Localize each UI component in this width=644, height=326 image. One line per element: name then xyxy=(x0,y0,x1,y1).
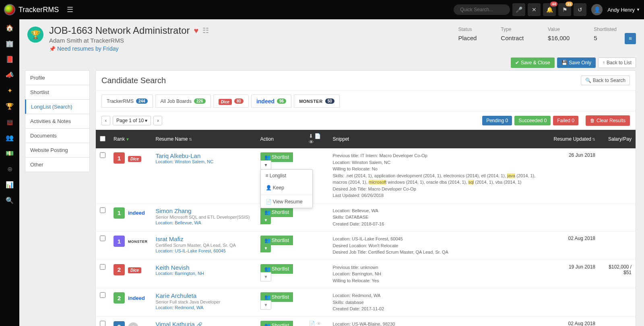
source-tabs: TrackerRMS244All Job Boards226Dice80inde… xyxy=(96,90,636,108)
col-salary: Salary/Pay xyxy=(608,136,632,142)
candidate-name[interactable]: Keith Nevish xyxy=(156,264,252,271)
book-icon[interactable]: 📕 xyxy=(6,55,14,63)
rank-badge: 2 xyxy=(114,264,125,275)
shortlist-button[interactable]: 👥 Shortlist xyxy=(260,207,293,217)
shortlist-caret-button[interactable]: ▼ xyxy=(260,244,271,252)
eye-icon[interactable]: 👁 xyxy=(316,321,322,326)
sidenav-item-other[interactable]: Other xyxy=(25,157,90,172)
trophy-icon[interactable]: 🏆 xyxy=(6,103,14,110)
logo[interactable]: TrackerRMS xyxy=(4,4,59,15)
shuffle-icon[interactable]: ✕ xyxy=(528,3,541,16)
pager-prev-button[interactable]: ‹ xyxy=(101,116,110,125)
mic-icon[interactable]: 🎤 xyxy=(512,3,525,16)
shortlist-caret-button[interactable]: ▼ xyxy=(260,216,271,224)
candidate-subtitle: Senior Microsoft SQL and ETL Developer(S… xyxy=(156,214,252,220)
quick-search-input[interactable] xyxy=(454,4,510,15)
pager-page-button[interactable]: Page 1 of 10 ▾ xyxy=(113,116,151,125)
globe-icon[interactable]: ⊕ xyxy=(7,165,12,173)
bars-icon[interactable]: ☷ xyxy=(202,26,209,35)
type-value: Contract xyxy=(501,35,524,41)
action-dropdown: ≡ Longlist👤 Keep📄 View Resume xyxy=(260,169,313,208)
candidate-name[interactable]: Karie Archuleta xyxy=(156,292,252,299)
monster-icon: MONSTER xyxy=(299,99,323,104)
snippet: Previous title: unknownLocation: Barring… xyxy=(333,264,543,284)
col-resume[interactable]: Resume Name xyxy=(156,136,188,142)
snippet: Previous title: IT Intern: Macro Develop… xyxy=(333,152,543,199)
settings-button[interactable]: ≡ xyxy=(625,33,636,44)
col-updated[interactable]: Resume Updated xyxy=(554,136,591,142)
candidate-search-panel: Candidate Search 🔍 Back to Search Tracke… xyxy=(95,70,636,326)
people-icon[interactable]: 👥 xyxy=(6,134,14,141)
building-icon[interactable]: 🏢 xyxy=(6,40,14,47)
list-icon[interactable]: ▤ xyxy=(7,118,13,126)
rank-badge: 1 xyxy=(114,207,125,219)
search-icon[interactable]: 🔍 xyxy=(6,197,14,204)
shortlist-caret-button[interactable]: ▼ xyxy=(260,160,272,170)
flag-icon[interactable]: ⚑11 xyxy=(558,3,571,16)
avatar-icon: ? xyxy=(128,322,138,326)
candidate-location: Location: Bellevue, WA xyxy=(156,220,252,225)
user-menu[interactable]: Andy Henry▼ xyxy=(607,7,640,13)
logo-text-1: Tracker xyxy=(19,6,43,14)
pin-note[interactable]: 📌Need resumes by Friday xyxy=(49,45,209,52)
sidenav-item-documents[interactable]: Documents xyxy=(25,128,90,143)
heart-icon[interactable]: ♥ xyxy=(194,26,198,35)
view-resume-option[interactable]: 📄 View Resume xyxy=(261,196,312,208)
candidate-name[interactable]: Israt Mafiz xyxy=(156,236,252,242)
row-checkbox[interactable] xyxy=(100,264,105,270)
msg-badge: 11 xyxy=(566,2,573,6)
candidate-name[interactable]: Simon Zhang xyxy=(156,207,252,214)
candidate-name[interactable]: Tariq Alkebu-Lan xyxy=(156,152,252,159)
rank-badge: 2 xyxy=(114,292,125,303)
tab-monster[interactable]: MONSTER50 xyxy=(294,94,340,108)
indeed-icon: indeed xyxy=(128,210,145,216)
row-checkbox[interactable] xyxy=(100,292,105,298)
col-snippet: Snippet xyxy=(333,136,349,142)
keep-option[interactable]: 👤 Keep xyxy=(261,182,312,194)
col-rank[interactable]: Rank xyxy=(114,136,125,142)
longlist-option[interactable]: ≡ Longlist xyxy=(261,170,312,182)
plus-icon[interactable]: ✦ xyxy=(7,87,12,94)
sidenav-item-activities-notes[interactable]: Activities & Notes xyxy=(25,114,90,129)
row-checkbox[interactable] xyxy=(100,321,105,326)
shortlist-caret-button[interactable]: ▼ xyxy=(260,272,272,281)
shortlist-caret-button[interactable]: ▼ xyxy=(260,300,272,310)
sidenav-item-longlist-search-[interactable]: LongList (Search) xyxy=(25,99,90,114)
avatar[interactable]: 👤 xyxy=(591,4,603,15)
panel-title: Candidate Search xyxy=(101,76,166,85)
hamburger-icon[interactable]: ☰ xyxy=(67,5,73,14)
pager-next-button[interactable]: › xyxy=(153,116,162,125)
bell-icon[interactable]: 🔔44 xyxy=(543,3,556,16)
history-icon[interactable]: ↺ xyxy=(574,3,586,16)
back-to-search-button[interactable]: 🔍 Back to Search xyxy=(581,76,630,85)
sidenav-item-website-posting[interactable]: Website Posting xyxy=(25,143,90,158)
back-to-list-button[interactable]: ↑ Back to List xyxy=(598,57,636,68)
tab-dice[interactable]: Dice80 xyxy=(213,94,249,108)
tab-indeed[interactable]: indeed96 xyxy=(251,94,291,108)
dice-icon: Dice xyxy=(128,267,141,273)
money-icon[interactable]: 💵 xyxy=(6,150,14,157)
table-row: 2DiceKeith NevishLocation: Barrington, N… xyxy=(96,260,636,288)
download-icon: ⬇ xyxy=(309,133,313,139)
select-all-checkbox[interactable] xyxy=(100,136,105,141)
chart-icon[interactable]: 📊 xyxy=(6,181,14,189)
shortlist-button[interactable]: 👥 Shortlist xyxy=(260,321,293,326)
row-checkbox[interactable] xyxy=(100,236,105,241)
save-only-button[interactable]: 💾 Save Only xyxy=(557,57,596,68)
home-icon[interactable]: 🏠 xyxy=(6,24,14,32)
sidenav-item-shortlist[interactable]: Shortlist xyxy=(25,85,90,100)
value-label: Value xyxy=(548,27,570,32)
tab-TrackerRMS[interactable]: TrackerRMS244 xyxy=(101,94,153,108)
sidenav-item-profile[interactable]: Profile xyxy=(25,70,90,85)
row-checkbox[interactable] xyxy=(100,152,105,158)
snippet: Location: Bellevue, WASkills: DATABASECr… xyxy=(333,207,543,228)
tab-All Job Boards[interactable]: All Job Boards226 xyxy=(155,94,211,108)
sidenav: ProfileShortlistLongList (Search)Activit… xyxy=(19,70,90,326)
row-checkbox[interactable] xyxy=(100,207,105,213)
candidate-name[interactable]: Vimal Kathuria🔗 xyxy=(156,321,252,326)
save-close-button[interactable]: ✔ Save & Close xyxy=(511,57,555,68)
clear-results-button[interactable]: 🗑 Clear Results xyxy=(586,115,630,126)
updated-date: 26 Jun 2018 xyxy=(569,152,595,158)
megaphone-icon[interactable]: 📣 xyxy=(6,71,14,79)
doc-icon[interactable]: 📄 xyxy=(309,321,315,326)
